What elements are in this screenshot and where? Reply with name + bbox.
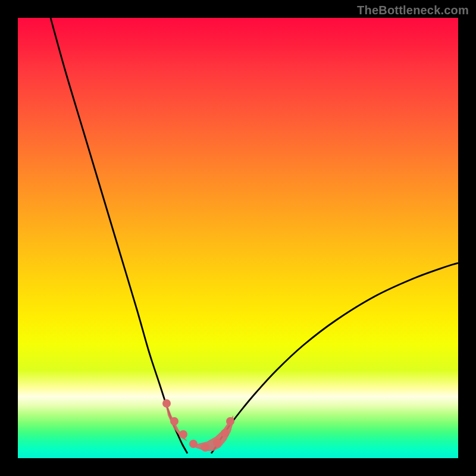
marker-dot [170, 417, 178, 425]
watermark-text: TheBottleneck.com [357, 4, 469, 17]
marker-dot [226, 417, 234, 425]
marker-dot [162, 399, 171, 408]
marker-dot [221, 429, 229, 437]
marker-dot [213, 439, 221, 447]
curve-group [51, 18, 458, 453]
chart-svg [18, 18, 458, 458]
marker-dot [189, 440, 198, 448]
left-curve [51, 18, 187, 453]
right-curve [211, 263, 458, 453]
marker-dot [201, 443, 209, 452]
marker-dot [179, 430, 187, 439]
plot-area [18, 18, 458, 458]
chart-frame: TheBottleneck.com [0, 0, 476, 476]
